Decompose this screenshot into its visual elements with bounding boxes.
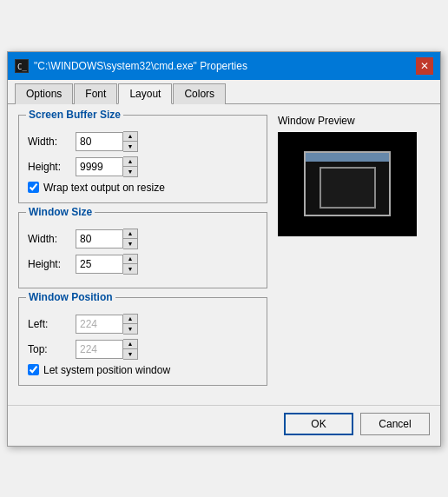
buffer-width-up[interactable]: ▲ xyxy=(123,132,137,142)
buffer-height-label: Height: xyxy=(28,161,76,173)
preview-label: Window Preview xyxy=(278,115,430,127)
dialog-title: "C:\WINDOWS\system32\cmd.exe" Properties xyxy=(34,60,247,72)
win-height-label: Height: xyxy=(28,258,76,270)
win-width-label: Width: xyxy=(28,233,76,245)
buffer-width-down[interactable]: ▼ xyxy=(123,142,137,151)
cancel-button[interactable]: Cancel xyxy=(360,413,430,435)
pos-top-arrows: ▲ ▼ xyxy=(123,339,138,360)
buffer-height-up[interactable]: ▲ xyxy=(123,157,137,167)
preview-box xyxy=(278,132,417,236)
buffer-height-down[interactable]: ▼ xyxy=(123,167,137,176)
tab-layout[interactable]: Layout xyxy=(118,83,172,104)
left-panel: Screen Buffer Size Width: ▲ ▼ Height: xyxy=(18,115,267,394)
buffer-width-label: Width: xyxy=(28,136,76,148)
win-height-row: Height: ▲ ▼ xyxy=(28,254,258,275)
win-height-spinner: ▲ ▼ xyxy=(76,254,138,275)
buffer-width-arrows: ▲ ▼ xyxy=(123,131,138,152)
window-size-label: Window Size xyxy=(26,206,95,218)
pos-top-row: Top: ▲ ▼ xyxy=(28,339,258,360)
win-width-row: Width: ▲ ▼ xyxy=(28,229,258,249)
dialog-window: C_ "C:\WINDOWS\system32\cmd.exe" Propert… xyxy=(7,51,441,447)
pos-top-input[interactable] xyxy=(76,340,123,359)
wrap-text-row: Wrap text output on resize xyxy=(28,182,258,194)
pos-left-input[interactable] xyxy=(76,315,123,334)
buffer-height-spinner: ▲ ▼ xyxy=(76,156,138,177)
buffer-height-input[interactable] xyxy=(76,157,123,176)
win-width-arrows: ▲ ▼ xyxy=(123,229,138,249)
pos-top-label: Top: xyxy=(28,343,76,355)
preview-titlebar xyxy=(306,153,389,162)
pos-left-spinner: ▲ ▼ xyxy=(76,314,138,335)
pos-top-down[interactable]: ▼ xyxy=(123,349,137,359)
win-height-input[interactable] xyxy=(76,255,123,274)
window-position-label: Window Position xyxy=(26,291,115,303)
system-pos-row: Let system position window xyxy=(28,364,258,376)
preview-inner xyxy=(320,167,376,209)
ok-button[interactable]: OK xyxy=(284,413,353,435)
title-bar: C_ "C:\WINDOWS\system32\cmd.exe" Propert… xyxy=(8,52,440,80)
win-width-input[interactable] xyxy=(76,229,123,248)
window-position-group: Window Position Left: ▲ ▼ Top: xyxy=(18,297,267,386)
win-width-up[interactable]: ▲ xyxy=(123,229,137,239)
buffer-width-row: Width: ▲ ▼ xyxy=(28,131,258,152)
screen-buffer-group: Screen Buffer Size Width: ▲ ▼ Height: xyxy=(18,115,267,203)
tab-options[interactable]: Options xyxy=(15,83,73,104)
content-area: Screen Buffer Size Width: ▲ ▼ Height: xyxy=(8,104,440,405)
pos-top-up[interactable]: ▲ xyxy=(123,340,137,349)
pos-left-up[interactable]: ▲ xyxy=(123,315,137,324)
system-pos-label: Let system position window xyxy=(43,364,170,376)
pos-left-arrows: ▲ ▼ xyxy=(123,314,138,335)
window-preview-frame xyxy=(304,151,391,216)
win-height-arrows: ▲ ▼ xyxy=(123,254,138,275)
buffer-height-arrows: ▲ ▼ xyxy=(123,156,138,177)
system-pos-checkbox[interactable] xyxy=(28,364,39,375)
right-panel: Window Preview xyxy=(278,115,430,394)
close-button[interactable]: ✕ xyxy=(416,57,433,75)
title-bar-left: C_ "C:\WINDOWS\system32\cmd.exe" Propert… xyxy=(15,59,247,73)
pos-left-row: Left: ▲ ▼ xyxy=(28,314,258,335)
win-height-down[interactable]: ▼ xyxy=(123,264,137,274)
win-width-spinner: ▲ ▼ xyxy=(76,229,138,249)
dialog-footer: OK Cancel xyxy=(8,405,440,446)
wrap-text-label: Wrap text output on resize xyxy=(43,182,165,194)
buffer-width-spinner: ▲ ▼ xyxy=(76,131,138,152)
buffer-height-row: Height: ▲ ▼ xyxy=(28,156,258,177)
pos-top-spinner: ▲ ▼ xyxy=(76,339,138,360)
window-size-group: Window Size Width: ▲ ▼ Height: xyxy=(18,212,267,288)
win-width-down[interactable]: ▼ xyxy=(123,239,137,248)
screen-buffer-label: Screen Buffer Size xyxy=(26,109,123,121)
win-height-up[interactable]: ▲ xyxy=(123,255,137,264)
buffer-width-input[interactable] xyxy=(76,132,123,151)
svg-text:C_: C_ xyxy=(17,63,27,71)
tab-font[interactable]: Font xyxy=(74,83,117,104)
tab-bar: Options Font Layout Colors xyxy=(8,80,440,104)
cmd-icon: C_ xyxy=(15,59,29,73)
pos-left-down[interactable]: ▼ xyxy=(123,324,137,334)
wrap-text-checkbox[interactable] xyxy=(28,182,39,193)
pos-left-label: Left: xyxy=(28,318,76,330)
tab-colors[interactable]: Colors xyxy=(173,83,226,104)
